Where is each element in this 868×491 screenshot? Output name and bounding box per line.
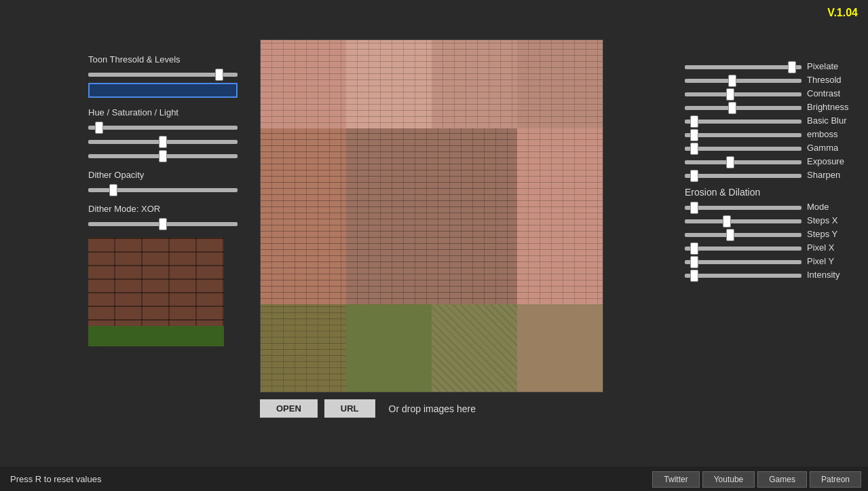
filter-row-contrast: Contrast <box>685 88 861 98</box>
bottom-bar: Press R to reset values Twitter Youtube … <box>0 467 868 491</box>
filter-slider-basic-blur[interactable] <box>685 120 801 124</box>
grid-cell <box>517 128 603 304</box>
dither-mode-slider[interactable] <box>88 222 238 226</box>
erosion-row-steps-x: Steps X <box>685 215 861 225</box>
toon-slider1[interactable] <box>88 73 238 77</box>
erosion-slider-mode[interactable] <box>685 206 801 210</box>
dither-mode-section: Dither Mode: XOR <box>88 204 238 228</box>
grid-cell <box>432 40 517 128</box>
filter-label-brightness: Brightness <box>807 102 861 112</box>
canvas-area: OPEN URL Or drop images here <box>260 39 606 418</box>
toon-section: Toon Thresold & Levels <box>88 54 238 98</box>
grid-cell <box>346 304 432 393</box>
sat-slider-row <box>88 136 238 146</box>
filter-row-thresold: Thresold <box>685 75 861 85</box>
erosion-filters: ModeSteps XSteps YPixel XPixel YIntensit… <box>685 202 861 280</box>
reset-text: Press R to reset values <box>10 474 101 484</box>
erosion-label-steps-y: Steps Y <box>807 229 861 239</box>
url-button[interactable]: URL <box>324 399 375 418</box>
filter-label-exposure: Exposure <box>807 156 861 166</box>
filter-label-pixelate: Pixelate <box>807 61 861 71</box>
erosion-row-intensity: Intensity <box>685 270 861 280</box>
drop-text: Or drop images here <box>389 403 476 414</box>
dither-opacity-label: Dither Opacity <box>88 170 238 180</box>
grid-cell <box>261 128 346 304</box>
filter-row-emboss: emboss <box>685 129 861 139</box>
filter-row-sharpen: Sharpen <box>685 170 861 180</box>
social-buttons: Twitter Youtube Games Patreon <box>652 471 861 488</box>
erosion-label-pixel-y: Pixel Y <box>807 256 861 266</box>
filter-label-contrast: Contrast <box>807 88 861 98</box>
patreon-button[interactable]: Patreon <box>810 471 861 488</box>
left-panel: Toon Thresold & Levels Hue / Saturation … <box>88 54 238 346</box>
erosion-row-pixel-x: Pixel X <box>685 242 861 253</box>
dither-mode-slider-row <box>88 218 238 228</box>
grid-cell <box>261 304 346 393</box>
youtube-button[interactable]: Youtube <box>702 471 755 488</box>
erosion-slider-steps-y[interactable] <box>685 233 801 237</box>
filter-slider-exposure[interactable] <box>685 160 801 164</box>
filter-label-emboss: emboss <box>807 129 861 139</box>
dither-mode-label: Dither Mode: XOR <box>88 204 238 214</box>
filter-slider-pixelate[interactable] <box>685 65 801 69</box>
filter-slider-brightness[interactable] <box>685 106 801 110</box>
filter-slider-gamma[interactable] <box>685 147 801 151</box>
erosion-slider-intensity[interactable] <box>685 274 801 278</box>
erosion-row-pixel-y: Pixel Y <box>685 256 861 266</box>
erosion-row-mode: Mode <box>685 202 861 212</box>
erosion-title: Erosion & Dilation <box>685 187 861 198</box>
erosion-label-intensity: Intensity <box>807 270 861 280</box>
dither-opacity-slider[interactable] <box>88 188 238 192</box>
grid-cell <box>517 304 603 393</box>
hue-slider[interactable] <box>88 126 238 130</box>
filter-slider-emboss[interactable] <box>685 133 801 137</box>
games-button[interactable]: Games <box>757 471 807 488</box>
grid-cell-large <box>346 128 517 304</box>
filter-label-thresold: Thresold <box>807 75 861 85</box>
filter-row-brightness: Brightness <box>685 102 861 112</box>
erosion-label-pixel-x: Pixel X <box>807 242 861 253</box>
grid-cell <box>517 40 603 128</box>
dither-opacity-section: Dither Opacity <box>88 170 238 194</box>
toon-text-input[interactable] <box>88 83 238 98</box>
filter-row-gamma: Gamma <box>685 143 861 153</box>
filter-slider-contrast[interactable] <box>685 92 801 96</box>
version-label: V.1.04 <box>827 7 858 19</box>
image-grid <box>260 39 603 393</box>
right-panel: PixelateThresoldContrastBrightnessBasic … <box>685 61 861 283</box>
erosion-label-mode: Mode <box>807 202 861 212</box>
grass-texture <box>88 326 224 346</box>
open-button[interactable]: OPEN <box>260 399 318 418</box>
filter-row-exposure: Exposure <box>685 156 861 166</box>
hue-slider-row <box>88 122 238 132</box>
hsl-label: Hue / Saturation / Light <box>88 107 238 117</box>
preview-image <box>88 238 224 346</box>
twitter-button[interactable]: Twitter <box>652 471 699 488</box>
grid-cell <box>432 304 517 393</box>
toon-label: Toon Thresold & Levels <box>88 54 238 65</box>
filter-label-sharpen: Sharpen <box>807 170 861 180</box>
toon-slider1-row <box>88 69 238 79</box>
light-slider[interactable] <box>88 154 238 158</box>
filter-label-basic-blur: Basic Blur <box>807 115 861 126</box>
grid-cell <box>261 40 346 128</box>
erosion-row-steps-y: Steps Y <box>685 229 861 239</box>
hsl-section: Hue / Saturation / Light <box>88 107 238 160</box>
light-slider-row <box>88 150 238 160</box>
buttons-row: OPEN URL Or drop images here <box>260 399 606 418</box>
filter-row-pixelate: Pixelate <box>685 61 861 71</box>
erosion-slider-pixel-y[interactable] <box>685 260 801 264</box>
grid-cell <box>346 40 432 128</box>
erosion-slider-pixel-x[interactable] <box>685 247 801 251</box>
toon-input-row <box>88 83 238 98</box>
main-filters: PixelateThresoldContrastBrightnessBasic … <box>685 61 861 180</box>
erosion-label-steps-x: Steps X <box>807 215 861 225</box>
filter-slider-thresold[interactable] <box>685 79 801 83</box>
filter-label-gamma: Gamma <box>807 143 861 153</box>
filter-row-basic-blur: Basic Blur <box>685 115 861 126</box>
dither-opacity-slider-row <box>88 184 238 194</box>
saturation-slider[interactable] <box>88 140 238 144</box>
filter-slider-sharpen[interactable] <box>685 174 801 178</box>
erosion-slider-steps-x[interactable] <box>685 219 801 223</box>
